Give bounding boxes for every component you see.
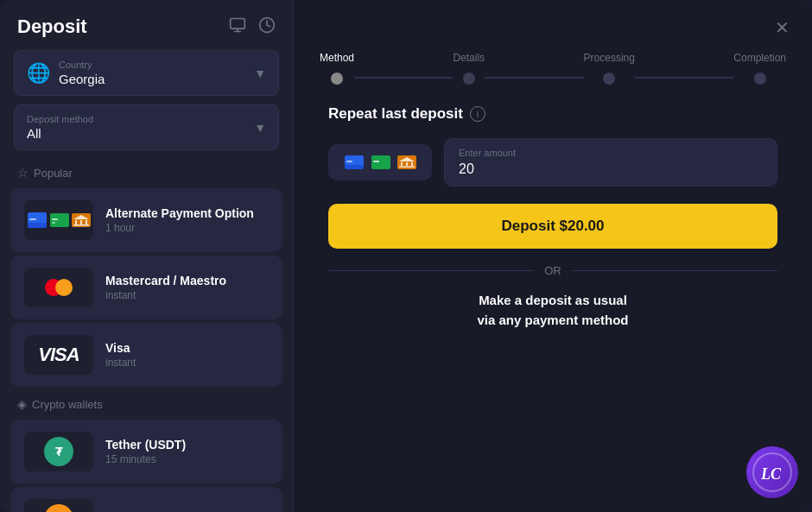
svg-rect-17 (345, 155, 364, 165)
svg-rect-6 (29, 218, 36, 220)
info-icon[interactable]: i (470, 106, 485, 122)
svg-rect-25 (411, 162, 413, 166)
popular-section-label: Popular (34, 167, 73, 180)
visa-time: instant (105, 357, 269, 369)
usdt-name: Tether (USDT) (105, 438, 269, 452)
payment-item-visa[interactable]: VISA Visa instant (10, 323, 282, 387)
alternate-info: Alternate Payment Option 1 hour (105, 206, 269, 234)
svg-rect-9 (52, 222, 55, 224)
step-line-2 (485, 77, 583, 79)
visa-name: Visa (105, 341, 269, 355)
preview-stack-icon (344, 155, 365, 170)
popular-section-header: ☆ Popular (0, 159, 293, 185)
mastercard-logo (24, 268, 93, 307)
svg-rect-12 (75, 220, 77, 224)
crypto-section-label: Crypto wallets (32, 398, 103, 411)
step-completion-label: Completion (733, 52, 786, 64)
mastercard-name: Mastercard / Maestro (105, 274, 269, 288)
deposit-button[interactable]: Deposit $20.00 (328, 204, 777, 249)
left-header: Deposit (0, 0, 293, 50)
svg-rect-14 (86, 220, 87, 224)
country-value: Georgia (59, 72, 105, 86)
modal-title: Deposit (17, 16, 87, 38)
payment-item-alternate[interactable]: Alternate Payment Option 1 hour (10, 188, 282, 252)
payment-list: ☆ Popular (0, 159, 293, 512)
step-processing-label: Processing (584, 52, 635, 64)
amount-label: Enter amount (459, 148, 763, 158)
header-icons (229, 16, 276, 38)
right-content: Repeat last deposit i (294, 105, 812, 512)
country-chevron-icon: ▼ (254, 66, 266, 80)
right-panel: ✕ Method Details Processing Completion (294, 0, 812, 512)
globe-icon: 🌐 (27, 62, 50, 85)
country-field-text: Country Georgia (59, 60, 105, 86)
btc-circle: ₿ (44, 504, 73, 512)
step-completion: Completion (733, 52, 786, 85)
mastercard-info: Mastercard / Maestro instant (105, 274, 269, 301)
step-details-label: Details (453, 52, 485, 64)
clock-icon[interactable] (258, 16, 276, 38)
mastercard-circles (42, 276, 75, 299)
alternate-name: Alternate Payment Option (105, 206, 269, 220)
crypto-section-header: ◈ Crypto wallets (0, 390, 293, 416)
right-header: ✕ (294, 0, 812, 52)
country-label: Country (59, 60, 105, 70)
visa-info: Visa instant (105, 341, 269, 369)
alternate-icons (27, 212, 91, 229)
payment-item-usdt[interactable]: ₮ Tether (USDT) 15 minutes (10, 420, 282, 484)
repeat-row: Enter amount (328, 138, 777, 186)
usdt-circle: ₮ (44, 437, 73, 466)
close-button[interactable]: ✕ (770, 16, 795, 40)
svg-rect-24 (406, 162, 408, 166)
step-line-3 (635, 77, 733, 79)
step-method-dot (331, 73, 343, 85)
usdt-info: Tether (USDT) 15 minutes (105, 438, 269, 465)
svg-rect-5 (28, 212, 47, 223)
svg-rect-15 (73, 224, 89, 226)
svg-text:LC: LC (760, 465, 782, 483)
deposit-method-dropdown[interactable]: Deposit method All ▼ (14, 104, 279, 150)
deposit-method-label: Deposit method (27, 114, 93, 124)
step-line-1 (354, 77, 453, 79)
amount-input[interactable] (459, 161, 763, 177)
payment-item-btc[interactable]: ₿ Bitcoin (BTC) (10, 487, 282, 512)
country-dropdown[interactable]: 🌐 Country Georgia ▼ (14, 50, 279, 96)
alternate-logo (24, 200, 93, 240)
svg-rect-8 (52, 218, 58, 220)
steps-bar: Method Details Processing Completion (294, 52, 812, 105)
or-line-right (572, 270, 777, 271)
svg-rect-26 (399, 167, 415, 168)
step-processing: Processing (584, 52, 635, 85)
or-divider: OR (328, 264, 777, 277)
visa-logo: VISA (24, 335, 93, 375)
bank-icon (72, 213, 91, 227)
step-processing-dot (603, 73, 615, 85)
deposit-method-value: All (27, 126, 93, 141)
deposit-method-inner: Deposit method All (27, 114, 93, 141)
svg-rect-13 (80, 220, 82, 224)
lc-avatar[interactable]: LC (746, 446, 798, 498)
step-completion-dot (754, 73, 766, 85)
svg-rect-18 (346, 161, 352, 162)
left-panel: Deposit 🌐 Country G (0, 0, 294, 512)
btc-logo: ₿ (24, 499, 93, 512)
repeat-title: Repeat last deposit (328, 105, 463, 123)
visa-text-logo: VISA (38, 344, 79, 366)
preview-bank-icon (397, 155, 416, 169)
step-method-label: Method (320, 52, 354, 64)
card-icon (50, 213, 69, 227)
method-preview (328, 144, 432, 180)
amount-field: Enter amount (444, 138, 777, 186)
monitor-icon[interactable] (229, 16, 246, 38)
payment-item-mastercard[interactable]: Mastercard / Maestro instant (10, 256, 282, 319)
step-method: Method (320, 52, 354, 85)
diamond-icon: ◈ (17, 397, 27, 411)
usdt-logo: ₮ (24, 432, 93, 471)
make-deposit-text: Make a deposit as usualvia any payment m… (328, 291, 777, 330)
mastercard-time: instant (105, 289, 269, 301)
preview-card-icon (371, 155, 390, 169)
svg-rect-20 (373, 161, 379, 162)
step-details: Details (453, 52, 485, 85)
alternate-time: 1 hour (105, 222, 269, 234)
stack-icon (27, 212, 48, 229)
